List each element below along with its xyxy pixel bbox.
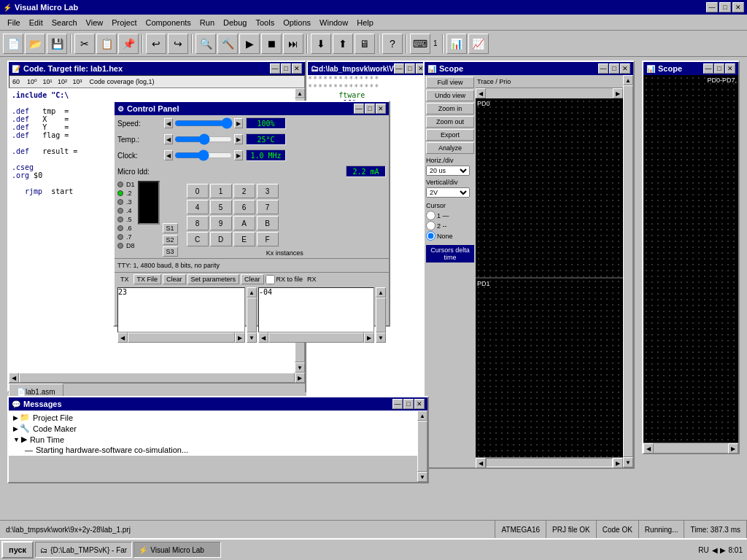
menu-tools[interactable]: Tools [251, 17, 279, 28]
btn-7[interactable]: 7 [257, 200, 279, 214]
toolbar-new[interactable]: 📄 [3, 34, 23, 54]
scroll-down-button[interactable]: ▼ [295, 362, 305, 373]
rx-scroll-right[interactable]: ▶ [364, 332, 374, 343]
toolbar-help[interactable]: ? [382, 34, 403, 54]
runtime-expand-icon[interactable]: ▼ [13, 436, 20, 443]
scope-bottom-scrollbar[interactable]: ◀ ▶ [476, 457, 623, 467]
clear1-button[interactable]: Clear [163, 274, 186, 284]
toolbar-cut[interactable]: ✂ [74, 34, 95, 54]
tx-h-thumb[interactable] [128, 332, 235, 343]
toolbar-find[interactable]: 🔍 [196, 34, 216, 54]
rx-scroll-up[interactable]: ▲ [376, 287, 386, 298]
scope2-max-btn[interactable]: □ [714, 63, 724, 74]
toolbar-extra2[interactable]: 📈 [468, 34, 489, 54]
taskbar-item-vml[interactable]: ⚡ Visual Micro Lab [133, 542, 221, 558]
toolbar-upload[interactable]: ⬆ [333, 34, 353, 54]
msg-scroll-up[interactable]: ▲ [417, 411, 427, 421]
ctrl-close-btn[interactable]: ✕ [376, 104, 386, 114]
toolbar-build[interactable]: 🔨 [217, 34, 238, 54]
scroll-right-button[interactable]: ▶ [295, 373, 305, 383]
speed-inc[interactable]: ▶ [234, 118, 243, 128]
scroll-h-thumb[interactable] [19, 373, 295, 383]
btn-b[interactable]: B [257, 216, 279, 230]
scope-max-btn[interactable]: □ [609, 63, 619, 74]
temp-inc[interactable]: ▶ [234, 134, 243, 144]
tx-scroll-down[interactable]: ▼ [247, 332, 257, 343]
msg-item-runtime[interactable]: ▼ ▶ Run Time [10, 434, 416, 445]
rx-textarea[interactable] [258, 287, 374, 332]
taskbar-item-far[interactable]: 🗂 {D:\Lab_TMPSvK} - Far [35, 542, 132, 558]
scope2-min-btn[interactable]: — [703, 63, 713, 74]
scope2-scroll-right[interactable]: ▶ [728, 443, 738, 454]
code-maximize-button[interactable]: □ [281, 63, 291, 74]
btn-1[interactable]: 1 [210, 184, 232, 198]
zoom-out-button[interactable]: Zoom out [426, 116, 474, 128]
toolbar-kbd[interactable]: ⌨ [410, 34, 430, 54]
menu-file[interactable]: File [3, 17, 25, 28]
minimize-button[interactable]: — [706, 2, 718, 12]
msg-max-btn[interactable]: □ [403, 399, 414, 409]
vert-div-select[interactable]: 2V [426, 187, 470, 198]
rx-scrollbar-v[interactable]: ▲ ▼ [376, 287, 386, 343]
scope-scroll-up-btn[interactable]: ▲ [623, 75, 633, 85]
undo-view-button[interactable]: Undo view [426, 90, 474, 101]
tx-file-button[interactable]: TX File [133, 274, 162, 284]
toolbar-stop[interactable]: ⏹ [261, 34, 282, 54]
menu-debug[interactable]: Debug [219, 17, 251, 28]
speed-dec[interactable]: ◀ [164, 118, 173, 128]
scope-min-btn[interactable]: — [598, 63, 608, 74]
toolbar-chip[interactable]: 🖥 [355, 34, 375, 54]
tx-scrollbar-v[interactable]: ▲ ▼ [247, 287, 257, 343]
editor-max-btn[interactable]: □ [405, 63, 415, 74]
btn-d[interactable]: D [210, 232, 232, 246]
cursors-delta-btn[interactable]: Cursors delta time [426, 245, 474, 262]
tx-scroll-up[interactable]: ▲ [247, 287, 257, 298]
btn-5[interactable]: 5 [210, 200, 232, 214]
scope-scroll-bar-top[interactable] [486, 88, 613, 98]
menu-help[interactable]: Help [352, 17, 378, 28]
codemaker-expand-icon[interactable]: ▶ [13, 425, 18, 432]
s2-button[interactable]: S2 [163, 235, 178, 245]
toolbar-paste[interactable]: 📌 [118, 34, 139, 54]
clear2-button[interactable]: Clear [241, 274, 264, 284]
msg-item-codemaker[interactable]: ▶ 🔧 Code Maker [10, 423, 416, 434]
analyze-button[interactable]: Analyze [426, 142, 474, 154]
toolbar-undo[interactable]: ↩ [146, 34, 166, 54]
scope-v-thumb[interactable] [623, 85, 633, 457]
menu-project[interactable]: Project [107, 17, 141, 28]
clock-inc[interactable]: ▶ [234, 150, 243, 160]
cursor-2-radio[interactable] [426, 221, 436, 230]
scroll-up-button[interactable]: ▲ [295, 88, 305, 98]
scope-scroll-down-btn[interactable]: ▼ [623, 457, 633, 467]
btn-c[interactable]: C [187, 232, 209, 246]
toolbar-open[interactable]: 📂 [25, 34, 45, 54]
btn-e[interactable]: E [233, 232, 255, 246]
temp-range[interactable] [174, 133, 233, 145]
btn-6[interactable]: 6 [233, 200, 255, 214]
scope-scroll-right-btn[interactable]: ▶ [613, 458, 623, 468]
toolbar-step[interactable]: ⏭ [283, 34, 303, 54]
clock-range[interactable] [174, 149, 233, 161]
toolbar-copy[interactable]: 📋 [96, 34, 117, 54]
menu-components[interactable]: Components [141, 17, 195, 28]
tx-scroll-left[interactable]: ◀ [117, 332, 128, 343]
btn-0[interactable]: 0 [187, 184, 209, 198]
code-close-button[interactable]: ✕ [292, 63, 302, 74]
tx-scroll-right[interactable]: ▶ [235, 332, 245, 343]
menu-view[interactable]: View [82, 17, 108, 28]
clock-dec[interactable]: ◀ [164, 150, 173, 160]
menu-search[interactable]: Search [47, 17, 82, 28]
set-params-button[interactable]: Set parameters [187, 274, 240, 284]
scope-close-btn[interactable]: ✕ [620, 63, 630, 74]
rx-v-thumb[interactable] [376, 298, 386, 332]
maximize-button[interactable]: □ [719, 2, 731, 12]
msg-v-thumb[interactable] [417, 421, 427, 472]
msg-min-btn[interactable]: — [392, 399, 403, 409]
project-expand-icon[interactable]: ▶ [13, 414, 18, 421]
menu-run[interactable]: Run [196, 17, 219, 28]
rx-scroll-down[interactable]: ▼ [376, 332, 386, 343]
btn-a[interactable]: A [233, 216, 255, 230]
btn-4[interactable]: 4 [187, 200, 209, 214]
tx-v-thumb[interactable] [247, 298, 257, 332]
rx-h-thumb[interactable] [268, 332, 364, 343]
